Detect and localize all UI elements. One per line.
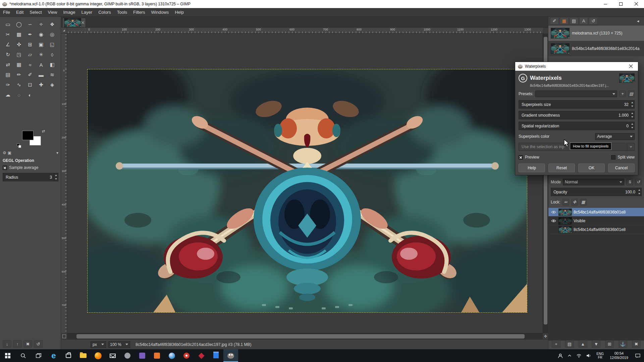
tab-close-icon[interactable] [81, 21, 84, 24]
mail-icon[interactable] [105, 349, 120, 362]
layer-row[interactable]: 8c54bc14affa46f83836b01e8 [548, 225, 644, 234]
brushes-tab-icon[interactable]: ✐ [550, 17, 559, 24]
tool-warp-transform[interactable]: ≈ [24, 60, 36, 70]
waterpixels-dialog[interactable]: Waterpixels G Waterpixels 8c54bc14affa46… [515, 62, 638, 175]
superpixels-size-slider[interactable]: Superpixels size 32 [519, 100, 635, 109]
open-image-item[interactable]: melodrama.xcf (1310 × 725) [548, 25, 644, 41]
anchor-layer-icon[interactable]: ⚓ [619, 340, 627, 348]
configure-tab-icon[interactable]: ◂ [634, 17, 642, 24]
tool-free-select[interactable]: ∽ [24, 19, 36, 29]
task-view-button[interactable] [31, 349, 46, 362]
tool-paintbrush[interactable]: ✐ [24, 70, 36, 80]
office-icon[interactable] [150, 349, 164, 362]
tool-scale[interactable]: ◳ [13, 50, 24, 60]
patterns-tab-icon[interactable]: ▦ [560, 17, 569, 24]
new-layer-group-icon[interactable]: ▤ [565, 340, 574, 348]
lock-alpha-icon[interactable]: ▦ [580, 199, 587, 205]
tool-dodge-burn[interactable]: ◐ [24, 90, 36, 100]
tool-shear[interactable]: ▱ [24, 50, 36, 60]
show-hidden-icons-button[interactable] [565, 349, 574, 362]
menu-item[interactable]: Image [60, 8, 78, 16]
volume-button[interactable] [584, 349, 593, 362]
search-button[interactable] [15, 349, 31, 362]
tool-perspective[interactable]: ◊ [47, 50, 58, 60]
tool-color-picker[interactable]: ◉ [36, 29, 47, 40]
people-button[interactable] [555, 349, 565, 362]
firefox-icon[interactable] [91, 349, 105, 362]
split-view-checkbox[interactable] [611, 155, 615, 160]
horizontal-scrollbar[interactable] [67, 333, 543, 339]
vertical-ruler[interactable]: 0100200300400500600700 [61, 34, 67, 333]
3d-viewer-icon[interactable] [209, 349, 223, 362]
ruler-corner-button[interactable]: ◢ [61, 27, 67, 34]
tool-zoom[interactable]: ◎ [47, 29, 58, 40]
duplicate-layer-icon[interactable]: ⊞ [605, 340, 614, 348]
sample-average-checkbox[interactable] [3, 166, 7, 170]
tool-flip[interactable]: ⇄ [2, 60, 13, 70]
menu-item[interactable]: Layer [78, 8, 96, 16]
clock[interactable]: 00:54 12/09/2019 [607, 349, 631, 362]
delete-tool-preset-icon[interactable]: ✖ [23, 340, 32, 348]
presets-select[interactable] [535, 90, 617, 97]
tool-ink[interactable]: ✑ [2, 80, 13, 90]
menu-item[interactable]: File [0, 8, 13, 16]
tool-gradient[interactable]: ▤ [2, 70, 13, 80]
gradient-smoothness-slider[interactable]: Gradient smoothness 1.000 [519, 111, 635, 119]
store-icon[interactable] [61, 349, 76, 362]
menu-item[interactable]: View [45, 8, 60, 16]
maximize-button[interactable] [613, 0, 629, 8]
color-area[interactable]: ⇄ [22, 131, 44, 147]
tool-bucket-fill[interactable]: ◧ [47, 60, 58, 70]
spatial-regularization-slider[interactable]: Spatial regularization 0 [519, 122, 635, 130]
tool-eraser[interactable]: ▬ [36, 70, 47, 80]
spin-buttons[interactable] [630, 111, 634, 119]
dialog-titlebar[interactable]: Waterpixels [515, 62, 638, 71]
manage-presets-icon[interactable]: ▤ [628, 90, 635, 97]
tool-fuzzy-select[interactable]: ✧ [36, 19, 47, 29]
tool-rectangle-select[interactable]: ▭ [2, 19, 13, 29]
menu-item[interactable]: Edit [13, 8, 26, 16]
file-explorer-icon[interactable] [76, 349, 91, 362]
tool-measure[interactable]: ∠ [2, 40, 13, 50]
fonts-tab-icon[interactable]: A [579, 17, 588, 24]
tool-rotate[interactable]: ↻ [2, 50, 13, 60]
tool-scissors-select[interactable]: ✂ [2, 29, 13, 40]
onenote-icon[interactable] [135, 349, 150, 362]
tool-text[interactable]: A [36, 60, 47, 70]
menu-item[interactable]: Tools [114, 8, 130, 16]
image-layer-boundary[interactable] [88, 69, 527, 312]
tool-crop[interactable]: ▣ [36, 40, 47, 50]
lower-layer-icon[interactable]: ▼ [592, 340, 600, 348]
save-tool-preset-icon[interactable]: ↓ [3, 340, 11, 348]
help-button[interactable]: Help [519, 164, 545, 172]
tool-smudge[interactable]: ☁ [2, 90, 13, 100]
menu-item[interactable]: Help [172, 8, 187, 16]
spin-buttons[interactable] [630, 122, 634, 130]
reset-button[interactable]: Reset [548, 164, 575, 172]
layer-row[interactable]: 8c54bc14affa46f83836b01e8 [548, 208, 644, 217]
gradients-tab-icon[interactable]: ▤ [570, 17, 578, 24]
dialog-close-button[interactable] [624, 62, 638, 71]
tool-align[interactable]: ⊞ [24, 40, 36, 50]
radius-spinner[interactable]: Radius 3 [3, 173, 58, 181]
restore-tool-preset-icon[interactable]: ↑ [13, 340, 22, 348]
tool-clone[interactable]: ⊡ [24, 80, 36, 90]
opacity-spin-buttons[interactable] [637, 188, 641, 196]
layer-mode-select[interactable]: Normal [563, 179, 624, 185]
swap-colors-icon[interactable]: ⇄ [42, 129, 45, 133]
default-colors-icon[interactable] [17, 143, 21, 148]
cancel-button[interactable]: Cancel [608, 164, 635, 172]
layer-visibility-toggle[interactable] [550, 219, 557, 223]
close-button[interactable] [629, 0, 644, 8]
tool-move[interactable]: ✜ [13, 40, 24, 50]
canvas-viewport[interactable] [67, 34, 543, 333]
minimize-button[interactable] [598, 0, 613, 8]
action-center-button[interactable] [631, 349, 644, 362]
tool-foreground-select[interactable]: ▩ [13, 29, 24, 40]
tool-heal[interactable]: ✚ [36, 80, 47, 90]
tool-options-tab-icon[interactable]: ⚙ [3, 150, 6, 155]
raise-layer-icon[interactable]: ▲ [579, 340, 587, 348]
network-button[interactable] [574, 349, 584, 362]
menu-item[interactable]: Windows [148, 8, 172, 16]
reset-tool-options-icon[interactable]: ↺ [34, 340, 43, 348]
